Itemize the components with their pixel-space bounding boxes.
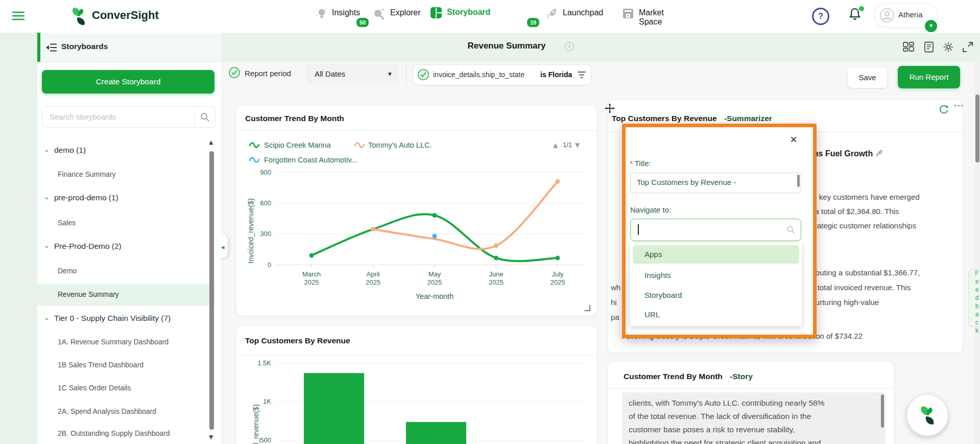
svg-text:May2025: May2025 xyxy=(427,270,442,286)
filter-chip[interactable]: invoice_details.ship_to_state is Florida xyxy=(413,64,591,85)
run-report-button[interactable]: Run Report xyxy=(898,66,960,88)
insights-bulb-icon xyxy=(316,7,328,20)
option-url[interactable]: URL xyxy=(644,310,660,319)
story-card: Customer Trend By Month -Story clients, … xyxy=(608,362,894,444)
summarizer-title: Top Customers By Revenue -Summarizer xyxy=(612,114,772,123)
tree-group-pre-prod-demo[interactable]: pre-prod-demo (1) xyxy=(54,193,118,202)
title-input-value: Top Customers by Revenue - xyxy=(637,178,736,186)
caret-down-icon: ▼ xyxy=(929,24,933,28)
nav-item-explorer[interactable]: Explorer xyxy=(373,7,386,22)
search-icon[interactable] xyxy=(200,112,210,122)
tree-item-1b[interactable]: 1B Sales Trend Dashboard xyxy=(58,361,144,369)
nav-label-explorer: Explorer xyxy=(390,8,421,17)
nav-item-insights[interactable]: Insights xyxy=(316,7,328,22)
nav-item-market-space[interactable]: Market Space xyxy=(622,7,634,21)
navigate-search-input[interactable] xyxy=(630,219,801,241)
filter-checkbox[interactable] xyxy=(418,69,429,80)
required-asterisk: * xyxy=(630,159,633,168)
help-button[interactable]: ? xyxy=(812,8,829,25)
report-period-label: Report period xyxy=(245,69,291,78)
option-storyboard[interactable]: Storyboard xyxy=(644,291,682,299)
story-scrollbar-thumb[interactable] xyxy=(881,394,884,428)
search-divider xyxy=(194,107,195,127)
tree-item-revenue-summary-selected[interactable]: Revenue Summary xyxy=(58,290,119,298)
summarizer-type-suffix: -Summarizer xyxy=(724,114,772,123)
summarizer-fragment-left: hi xyxy=(611,298,617,307)
market-space-icon xyxy=(622,7,634,19)
option-apps[interactable]: Apps xyxy=(644,250,662,259)
sidebar-scrollbar-thumb[interactable] xyxy=(209,151,214,430)
svg-text:1K: 1K xyxy=(263,398,271,405)
page-info-icon[interactable]: i xyxy=(565,42,574,51)
tree-item-finance-summary[interactable]: Finance Summary xyxy=(58,170,116,178)
user-name: Athena xyxy=(898,10,923,19)
tree-item-1a[interactable]: 1A. Revenue Summary Dashboard xyxy=(58,338,169,346)
rocket-icon xyxy=(875,149,883,157)
conversight-logo-icon xyxy=(68,6,89,27)
chevron-down-icon[interactable]: ⌄ xyxy=(44,314,50,321)
nav-item-launchpad[interactable]: Launchpad xyxy=(545,7,559,22)
user-menu[interactable]: Athena ▼ xyxy=(874,3,938,28)
line-chart-plot: 0300600900March2025April2025May2025June2… xyxy=(236,106,596,316)
svg-text:1.5K: 1.5K xyxy=(257,359,271,367)
heading-text: ons Fuel Growth xyxy=(808,149,873,158)
svg-text:500: 500 xyxy=(260,436,271,444)
sidebar-collapse-tab[interactable]: ◀ xyxy=(218,235,228,258)
tree-item-2b[interactable]: 2B. Outstanding Supply Dashboard xyxy=(58,429,170,437)
navigate-options-list: Apps Insights Storyboard URL xyxy=(630,243,802,326)
settings-gear-button[interactable] xyxy=(943,41,954,53)
filter-condition: is Florida xyxy=(540,71,572,79)
dropdown-caret-icon: ▼ xyxy=(388,72,392,77)
chevron-down-icon[interactable]: ⌄ xyxy=(44,146,50,153)
tree-group-tier0[interactable]: Tier 0 - Supply Chain Visibility (7) xyxy=(54,314,171,323)
collapse-panel-icon[interactable] xyxy=(46,43,57,52)
dashboard-layout-button[interactable] xyxy=(903,42,914,53)
chevron-down-icon[interactable]: ⌄ xyxy=(44,193,50,201)
chevron-down-icon[interactable]: ⌄ xyxy=(44,242,50,249)
funnel-filter-icon[interactable] xyxy=(578,71,586,79)
assistant-fab[interactable] xyxy=(907,395,948,436)
tree-item-sales[interactable]: Sales xyxy=(58,219,76,227)
page-scrollbar-thumb[interactable] xyxy=(975,95,979,162)
notes-journal-button[interactable] xyxy=(923,41,935,53)
option-insights[interactable]: Insights xyxy=(644,271,671,279)
refresh-icon[interactable] xyxy=(939,104,949,114)
close-icon[interactable]: × xyxy=(790,134,797,145)
tree-item-demo[interactable]: Demo xyxy=(58,267,77,275)
tree-group-pre-prod-demo-2[interactable]: Pre-Prod-Demo (2) xyxy=(54,242,122,251)
storyboard-search-input[interactable]: Search storyboards xyxy=(42,106,216,128)
notifications-button[interactable] xyxy=(848,7,864,24)
tree-item-1c[interactable]: 1C Sales Order Details xyxy=(58,384,131,392)
story-line: highlighting the need for strategic clie… xyxy=(629,436,874,444)
expand-fullscreen-button[interactable] xyxy=(962,41,973,53)
card-divider xyxy=(608,388,894,389)
card-resize-handle[interactable] xyxy=(584,305,590,311)
story-line: clients, with Tommy's Auto LLC. contribu… xyxy=(629,396,874,410)
move-widget-icon[interactable] xyxy=(605,103,615,113)
search-icon xyxy=(786,225,795,234)
title-input[interactable]: Top Customers by Revenue - xyxy=(630,173,801,193)
panel-menu-ellipsis[interactable]: ··· xyxy=(954,101,963,111)
report-period-dropdown[interactable]: All Dates ▼ xyxy=(306,64,398,84)
tree-item-2a[interactable]: 2A. Spend Analysis Dashboard xyxy=(58,407,156,415)
tree-group-demo[interactable]: demo (1) xyxy=(54,146,86,155)
input-scrollbar-thumb[interactable] xyxy=(797,175,800,187)
report-period-checkbox[interactable] xyxy=(229,67,240,78)
story-line: of the total revenue. The lack of divers… xyxy=(629,410,874,423)
scroll-up-arrow[interactable]: ▲ xyxy=(209,139,213,146)
summarizer-fragment-left: wh xyxy=(611,283,620,292)
svg-text:June2025: June2025 xyxy=(489,270,504,286)
user-dropdown-caret[interactable]: ▼ xyxy=(924,19,938,33)
storyboard-badge: 19 xyxy=(526,17,540,28)
svg-text:0: 0 xyxy=(268,261,271,269)
save-button[interactable]: Save xyxy=(848,67,887,88)
title-field-label: * Title: xyxy=(630,159,651,168)
nav-item-storyboard[interactable]: Storyboard xyxy=(430,7,442,21)
create-storyboard-button[interactable]: Create Storyboard xyxy=(42,70,214,94)
hamburger-menu-icon[interactable] xyxy=(12,11,25,21)
avatar-icon xyxy=(880,8,894,22)
feedback-tab[interactable]: Feedback xyxy=(968,269,980,327)
summarizer-line: ee key customers have emerged xyxy=(808,193,920,201)
text-cursor xyxy=(638,224,639,235)
scroll-down-arrow[interactable]: ▼ xyxy=(209,434,213,440)
